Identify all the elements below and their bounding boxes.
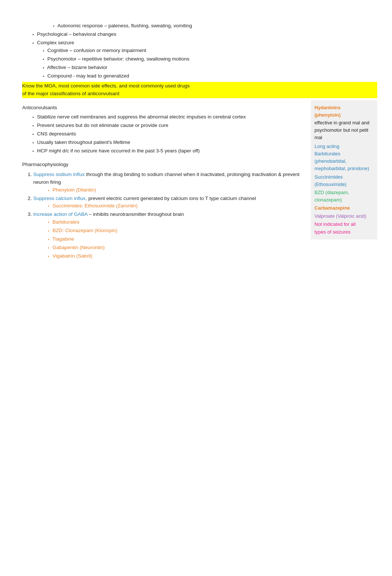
- pharmaco-3-sub-text-3: Tiagabine: [52, 236, 74, 242]
- highlight-block: Know the MOA, most common side effects, …: [22, 82, 377, 98]
- pharmaco-3-sub-text-1: Barbiturates: [52, 219, 79, 225]
- succinimides-label: Succinimides: [314, 173, 374, 181]
- long-acting-label: Long acting: [314, 143, 374, 150]
- pharmaco-3-sub-1: Barbiturates: [48, 218, 304, 226]
- pharmaco-3-sub-text-4: Gabapentin (Neurontin): [52, 245, 104, 250]
- hydantoins-heading: Hydantoins (phenytoin): [314, 104, 374, 119]
- complex-item-cognitive: Cognitive – confusion or memory impairme…: [43, 47, 377, 55]
- pharmaco-3-sub-4: Gabapentin (Neurontin): [48, 244, 304, 252]
- not-indicated-1: Not indicated for all: [314, 221, 355, 227]
- hydantoins-sub: (phenytoin): [314, 112, 341, 118]
- pharmaco-1-sub: Phenytoin (Dilantin): [33, 186, 304, 194]
- page-wrapper: Autonomic response – paleness, flushing,…: [22, 22, 377, 261]
- succinimides-sub: (Ethosuximide): [314, 181, 374, 188]
- ac-bullet-3: CNS depressants: [32, 130, 304, 138]
- pharmaco-list: Suppress sodium influx through the drug …: [22, 171, 304, 260]
- ac-bullet-5: HCP might d/c if no seizure have occurre…: [32, 147, 304, 155]
- pharmacophysiology-title: Pharmacophysiology: [22, 161, 304, 169]
- pharmaco-3-sub-2: BZD: Clonazepam (Klonopin): [48, 227, 304, 235]
- valproate-label: Valproate (Valproic acid): [314, 213, 374, 220]
- pharmaco-2-sub-text: Succinimides: Ethosuximide (Zarontin): [52, 203, 137, 208]
- anticonvulsants-title: Anticonvulsants: [22, 104, 304, 112]
- pharmaco-3-sub-3: Tiagabine: [48, 235, 304, 243]
- autonomic-section: Autonomic response – paleness, flushing,…: [22, 22, 377, 30]
- pharmaco-3-sub-text-2: BZD: Clonazepam (Klonopin): [52, 228, 117, 233]
- highlight-text-2: of the major classifications of anticonv…: [22, 91, 119, 96]
- hydantoins-label: Hydantoins: [314, 105, 341, 110]
- anticonvulsants-list: Stabilize nerve cell membranes and suppr…: [22, 113, 304, 155]
- ac-bullet-1: Stabilize nerve cell membranes and suppr…: [32, 113, 304, 121]
- pharmaco-2-colored: Suppress calcium influx,: [33, 196, 87, 201]
- hydantoins-desc: effective in grand mal and psychomotor b…: [314, 119, 374, 141]
- complex-item-affective: Affective – bizarre behavior: [43, 64, 377, 72]
- pharmaco-2-sub: Succinimides: Ethosuximide (Zarontin): [33, 202, 304, 210]
- pharmaco-3-rest: – inhibits neurotransmitter throughout b…: [87, 211, 184, 217]
- ac-bullet-4: Usually taken throughout patient's lifel…: [32, 139, 304, 146]
- barbiturates-label: Barbiturates: [314, 150, 374, 158]
- pharmaco-1-sub-1: Phenytoin (Dilantin): [48, 186, 304, 194]
- complex-item-compound: Compound - may lead to generalized: [43, 72, 377, 80]
- carba-label: Carbamazepine: [314, 204, 374, 212]
- main-content: Anticonvulsants Stabilize nerve cell mem…: [22, 100, 377, 261]
- barbiturates-sub: (phenobarbital, mephobarbital, primdone): [314, 158, 374, 172]
- psychological-bullet: Psychological – behavioral changes: [32, 31, 377, 38]
- ac-bullet-2: Prevent seizures but do not eliminate ca…: [32, 122, 304, 130]
- pharmaco-item-3: Increase action of GABA – inhibits neuro…: [33, 211, 304, 260]
- complex-item-psychomotor: Psychomotor – repetitive behavior: chewi…: [43, 55, 377, 63]
- right-panel: Hydantoins (phenytoin) effective in gran…: [311, 100, 377, 239]
- pharmaco-2-sub-1: Succinimides: Ethosuximide (Zarontin): [48, 202, 304, 210]
- pharmaco-item-2: Suppress calcium influx, prevent electri…: [33, 195, 304, 210]
- left-column: Anticonvulsants Stabilize nerve cell mem…: [22, 100, 304, 261]
- pharmaco-3-colored: Increase action of GABA: [33, 211, 87, 217]
- pharmaco-item-1: Suppress sodium influx through the drug …: [33, 171, 304, 194]
- not-indicated-2: types of seizures: [314, 229, 351, 235]
- autonomic-bullet: Autonomic response – paleness, flushing,…: [53, 22, 377, 30]
- bzd-label: BZD (diazepam, clonazepam): [314, 189, 374, 204]
- pharmaco-3-sub-text-5: Vigabatrin (Sabril): [52, 253, 92, 259]
- complex-seizure-list: Cognitive – confusion or memory impairme…: [32, 47, 377, 80]
- pharmacophysiology-section: Pharmacophysiology Suppress sodium influ…: [22, 161, 304, 260]
- anticonvulsants-section: Anticonvulsants Stabilize nerve cell mem…: [22, 104, 304, 155]
- psychological-section: Psychological – behavioral changes Compl…: [22, 31, 377, 80]
- pharmaco-3-sub-list: Barbiturates BZD: Clonazepam (Klonopin) …: [33, 218, 304, 260]
- pharmaco-2-rest: prevent electric current generated by ca…: [87, 196, 256, 201]
- complex-seizure-bullet: Complex seizure Cognitive – confusion or…: [32, 39, 377, 80]
- pharmaco-3-sub-5: Vigabatrin (Sabril): [48, 252, 304, 260]
- highlight-text-1: Know the MOA, most common side effects, …: [22, 83, 190, 89]
- pharmaco-1-sub-text: Phenytoin (Dilantin): [52, 187, 96, 193]
- not-indicated-label: Not indicated for all types of seizures: [314, 221, 374, 235]
- pharmaco-1-colored: Suppress sodium influx: [33, 172, 85, 177]
